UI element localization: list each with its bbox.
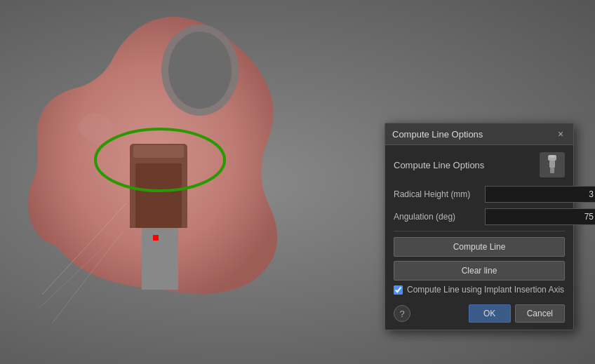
svg-point-9 [549, 155, 556, 158]
svg-rect-8 [550, 168, 554, 173]
dialog-title-text: Compute Line Options [392, 129, 483, 140]
angulation-label: Angulation (deg) [394, 212, 485, 222]
dialog-header-row: Compute Line Options [394, 152, 565, 177]
clear-line-button[interactable]: Clear line [394, 261, 565, 281]
clear-line-button-row: Clear line [394, 261, 565, 281]
ok-cancel-buttons: OK Cancel [469, 304, 565, 323]
ok-button[interactable]: OK [469, 304, 511, 323]
dialog-body: Compute Line Options Radical Height (mm)… [385, 145, 573, 330]
compute-line-options-dialog: Compute Line Options × Compute Line Opti… [385, 123, 574, 330]
radical-height-field-row: Radical Height (mm) ▲ ▼ [394, 186, 565, 203]
dialog-titlebar: Compute Line Options × [385, 123, 573, 145]
dialog-header-label: Compute Line Options [394, 160, 484, 170]
compute-line-button-row: Compute Line [394, 237, 565, 257]
svg-line-3 [42, 203, 126, 295]
help-button[interactable]: ? [394, 305, 410, 322]
action-buttons-row: ? OK Cancel [394, 302, 565, 323]
dialog-close-button[interactable]: × [555, 128, 566, 140]
radical-height-label: Radical Height (mm) [394, 189, 485, 199]
checkbox-row: Compute Line using Implant Insertion Axi… [394, 285, 565, 295]
wire-lines [0, 0, 351, 364]
radical-height-input-group: ▲ ▼ [485, 186, 595, 203]
separator-1 [394, 231, 565, 231]
implant-svg-icon [544, 155, 561, 175]
compute-line-button[interactable]: Compute Line [394, 237, 565, 257]
implant-icon [540, 152, 565, 177]
angulation-input[interactable] [485, 208, 595, 225]
angulation-input-group: ▲ ▼ [485, 208, 595, 225]
svg-line-5 [39, 245, 105, 309]
radical-height-input[interactable] [485, 186, 595, 203]
cancel-button[interactable]: Cancel [515, 304, 565, 323]
implant-insertion-axis-checkbox[interactable] [394, 285, 403, 295]
svg-rect-7 [549, 161, 555, 168]
angulation-field-row: Angulation (deg) ▲ ▼ [394, 208, 565, 225]
implant-insertion-axis-label: Compute Line using Implant Insertion Axi… [407, 285, 564, 295]
